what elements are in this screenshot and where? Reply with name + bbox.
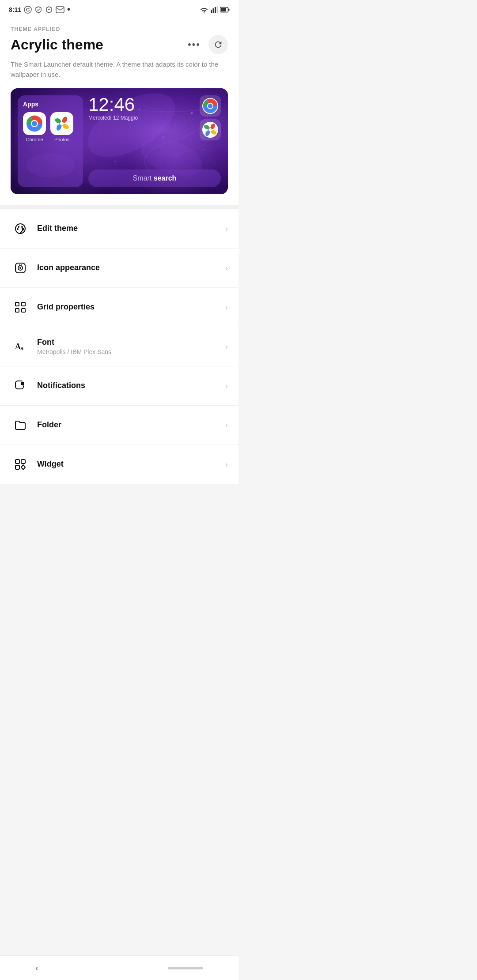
section-divider xyxy=(0,205,238,209)
edit-theme-label: Edit theme xyxy=(37,224,222,234)
menu-item-notifications[interactable]: Notifications › xyxy=(0,366,238,406)
signal-icon xyxy=(211,6,218,13)
shield-icon-1 xyxy=(34,6,42,14)
menu-item-folder[interactable]: Folder › xyxy=(0,406,238,445)
corner-photos-svg xyxy=(202,122,218,138)
icon-appearance-chevron: › xyxy=(225,264,228,273)
corner-chrome-svg xyxy=(202,98,218,114)
svg-text:a: a xyxy=(20,345,24,351)
font-icon: A a xyxy=(11,337,30,356)
status-time: 8:11 G • xyxy=(9,4,70,15)
svg-rect-13 xyxy=(221,8,226,11)
svg-point-27 xyxy=(60,122,64,125)
header-section: THEME APPLIED Acrylic theme ••• The Smar… xyxy=(0,17,238,205)
grid-label: Grid properties xyxy=(37,302,222,312)
menu-item-edit-theme[interactable]: Edit theme › xyxy=(0,209,238,249)
shield-icon-2 xyxy=(45,6,53,14)
mail-icon xyxy=(56,6,64,13)
palette-svg xyxy=(14,222,26,235)
time-display: 8:11 xyxy=(9,6,21,13)
page-title: Acrylic theme xyxy=(11,37,103,53)
svg-rect-9 xyxy=(215,7,216,13)
status-bar: 8:11 G • xyxy=(0,0,238,17)
status-right-icons xyxy=(200,6,230,13)
svg-point-50 xyxy=(21,382,24,385)
widget-label: Widget xyxy=(37,460,222,469)
svg-rect-44 xyxy=(15,309,19,312)
edit-theme-chevron: › xyxy=(225,224,228,234)
bottom-spacer xyxy=(0,484,238,509)
chrome-svg xyxy=(26,115,43,132)
widget-icon xyxy=(11,455,30,474)
svg-rect-42 xyxy=(15,302,19,306)
svg-line-2 xyxy=(37,10,38,11)
photos-label: Photos xyxy=(54,137,69,142)
svg-rect-52 xyxy=(21,460,25,464)
refresh-button[interactable] xyxy=(208,35,228,54)
theme-description: The Smart Launcher default theme. A them… xyxy=(11,60,228,79)
font-subtitle: Metropolis / IBM Plex Sans xyxy=(37,348,222,355)
menu-item-grid[interactable]: Grid properties › xyxy=(0,288,238,327)
svg-rect-12 xyxy=(228,8,230,11)
menu-item-widget[interactable]: Widget › xyxy=(0,445,238,484)
menu-section: Edit theme › Icon appearance › xyxy=(0,209,238,484)
icon-appearance-icon xyxy=(11,258,30,278)
widget-text: Widget xyxy=(37,460,222,469)
svg-text:G: G xyxy=(26,7,30,12)
folder-text: Folder xyxy=(37,420,222,430)
photos-svg xyxy=(53,115,71,132)
widget-svg xyxy=(14,458,26,471)
menu-item-font[interactable]: A a Font Metropolis / IBM Plex Sans › xyxy=(0,327,238,366)
title-row: Acrylic theme ••• xyxy=(11,35,228,54)
notifications-icon xyxy=(11,376,30,396)
svg-point-35 xyxy=(21,226,23,228)
chrome-icon xyxy=(23,112,46,135)
corner-chrome-icon xyxy=(200,95,221,117)
svg-rect-43 xyxy=(22,302,25,306)
clock-date: Mercoledì 12 Maggio xyxy=(88,115,138,121)
dot-icon: • xyxy=(67,4,70,15)
edit-theme-text: Edit theme xyxy=(37,224,222,234)
grid-chevron: › xyxy=(225,303,228,312)
refresh-icon xyxy=(213,40,223,49)
svg-point-32 xyxy=(208,128,212,131)
svg-point-38 xyxy=(22,228,24,230)
svg-point-30 xyxy=(208,104,213,109)
svg-point-41 xyxy=(19,267,21,269)
notifications-svg xyxy=(14,380,26,392)
photos-app: Photos xyxy=(50,112,73,142)
theme-label: THEME APPLIED xyxy=(11,26,228,32)
more-button[interactable]: ••• xyxy=(184,37,204,52)
preview-content: Apps xyxy=(11,88,228,194)
folder-label: Folder xyxy=(37,420,222,430)
preview-card: Apps xyxy=(11,88,228,194)
corner-icons xyxy=(200,95,221,140)
svg-rect-51 xyxy=(15,460,19,464)
search-bar: Smart search xyxy=(88,170,221,187)
folder-title: Apps xyxy=(23,101,78,108)
font-label: Font xyxy=(37,338,222,347)
grid-text: Grid properties xyxy=(37,302,222,312)
menu-item-icon-appearance[interactable]: Icon appearance › xyxy=(0,249,238,288)
svg-point-34 xyxy=(18,226,19,228)
svg-rect-8 xyxy=(213,8,214,13)
notifications-chevron: › xyxy=(225,381,228,391)
svg-point-36 xyxy=(17,228,19,230)
svg-rect-10 xyxy=(217,6,218,13)
chrome-app: Chrome xyxy=(23,112,46,142)
google-icon: G xyxy=(24,6,32,14)
notifications-text: Notifications xyxy=(37,381,222,391)
icon-appearance-text: Icon appearance xyxy=(37,263,222,273)
palette-icon xyxy=(11,219,30,238)
grid-svg xyxy=(14,301,26,313)
chrome-label: Chrome xyxy=(26,137,43,142)
wifi-icon xyxy=(200,6,208,13)
font-svg: A a xyxy=(14,340,26,353)
font-chevron: › xyxy=(225,342,228,351)
folder-icon xyxy=(11,415,30,435)
top-row: 12:46 Mercoledì 12 Maggio xyxy=(88,95,221,140)
grid-icon xyxy=(11,298,30,317)
widget-chevron: › xyxy=(225,460,228,469)
svg-point-6 xyxy=(204,11,204,12)
apps-folder: Apps xyxy=(18,95,83,187)
